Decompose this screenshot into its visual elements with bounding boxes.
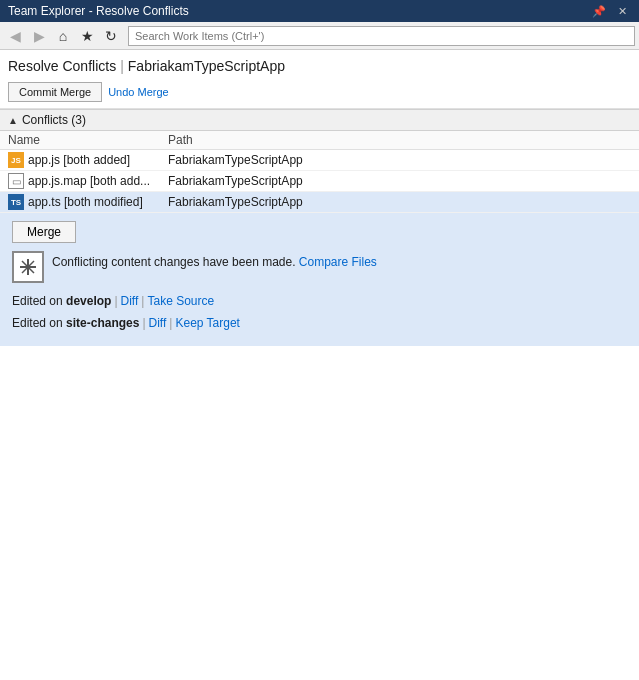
pin-icon[interactable]: 📌 <box>588 5 610 18</box>
conflict-text: Conflicting content changes have been ma… <box>52 251 377 269</box>
title-bar-text: Team Explorer - Resolve Conflicts <box>8 4 588 18</box>
merge-btn-row: Merge <box>12 221 627 243</box>
conflict-merge-icon <box>12 251 44 283</box>
close-icon[interactable]: ✕ <box>614 5 631 18</box>
table-row[interactable]: JS app.js [both added] FabriakamTypeScri… <box>0 150 639 171</box>
row2-filename: app.js.map [both add... <box>28 174 150 188</box>
conflict-info: Conflicting content changes have been ma… <box>12 251 627 283</box>
row1-filename: app.js [both added] <box>28 153 130 167</box>
edit-info: Edited on develop|Diff|Take Source Edite… <box>12 291 627 334</box>
title-bar: Team Explorer - Resolve Conflicts 📌 ✕ <box>0 0 639 22</box>
table-header: Name Path <box>0 131 639 150</box>
table-row[interactable]: ▭ app.js.map [both add... FabriakamTypeS… <box>0 171 639 192</box>
table-row[interactable]: TS app.ts [both modified] FabriakamTypeS… <box>0 192 639 213</box>
page-subtitle: FabriakamTypeScriptApp <box>128 58 285 74</box>
conflicts-table: JS app.js [both added] FabriakamTypeScri… <box>0 150 639 346</box>
merge-button[interactable]: Merge <box>12 221 76 243</box>
js-file-icon: JS <box>8 152 24 168</box>
favorites-button[interactable]: ★ <box>76 25 98 47</box>
branch2-name: site-changes <box>66 316 139 330</box>
conflicts-section-header[interactable]: ▲ Conflicts (3) <box>0 109 639 131</box>
row3-name-col: TS app.ts [both modified] <box>8 194 168 210</box>
toolbar: ◀ ▶ ⌂ ★ ↻ <box>0 22 639 50</box>
branch2-sep1: | <box>142 316 145 330</box>
branch2-prefix: Edited on <box>12 316 66 330</box>
action-buttons: Commit Merge Undo Merge <box>8 82 631 102</box>
header-path: Path <box>168 133 631 147</box>
branch1-diff-link[interactable]: Diff <box>121 294 139 308</box>
conflicts-section-label: Conflicts (3) <box>22 113 86 127</box>
page-header: Resolve Conflicts | FabriakamTypeScriptA… <box>0 50 639 109</box>
ts-file-icon: TS <box>8 194 24 210</box>
commit-merge-button[interactable]: Commit Merge <box>8 82 102 102</box>
branch2-info: Edited on site-changes|Diff|Keep Target <box>12 313 627 335</box>
home-button[interactable]: ⌂ <box>52 25 74 47</box>
detail-panel: Merge Conflicting content changes have b… <box>0 213 639 346</box>
refresh-button[interactable]: ↻ <box>100 25 122 47</box>
branch2-diff-link[interactable]: Diff <box>149 316 167 330</box>
keep-target-link[interactable]: Keep Target <box>175 316 240 330</box>
branch1-sep1: | <box>114 294 117 308</box>
branch1-info: Edited on develop|Diff|Take Source <box>12 291 627 313</box>
take-source-link[interactable]: Take Source <box>147 294 214 308</box>
row3-filename: app.ts [both modified] <box>28 195 143 209</box>
branch1-sep2: | <box>141 294 144 308</box>
forward-button[interactable]: ▶ <box>28 25 50 47</box>
title-separator: | <box>120 58 124 74</box>
row1-name-col: JS app.js [both added] <box>8 152 168 168</box>
search-input[interactable] <box>128 26 635 46</box>
row2-path: FabriakamTypeScriptApp <box>168 174 631 188</box>
back-button[interactable]: ◀ <box>4 25 26 47</box>
compare-files-link[interactable]: Compare Files <box>299 255 377 269</box>
page-title-row: Resolve Conflicts | FabriakamTypeScriptA… <box>8 58 631 74</box>
page-title: Resolve Conflicts <box>8 58 116 74</box>
conflict-message: Conflicting content changes have been ma… <box>52 255 296 269</box>
header-name: Name <box>8 133 168 147</box>
branch2-sep2: | <box>169 316 172 330</box>
branch1-name: develop <box>66 294 111 308</box>
section-toggle-icon: ▲ <box>8 115 18 126</box>
row1-path: FabriakamTypeScriptApp <box>168 153 631 167</box>
row3-path: FabriakamTypeScriptApp <box>168 195 631 209</box>
branch1-prefix: Edited on <box>12 294 66 308</box>
title-bar-icons: 📌 ✕ <box>588 5 631 18</box>
row2-name-col: ▭ app.js.map [both add... <box>8 173 168 189</box>
page-content: Resolve Conflicts | FabriakamTypeScriptA… <box>0 50 639 680</box>
undo-merge-button[interactable]: Undo Merge <box>108 82 169 102</box>
generic-file-icon: ▭ <box>8 173 24 189</box>
